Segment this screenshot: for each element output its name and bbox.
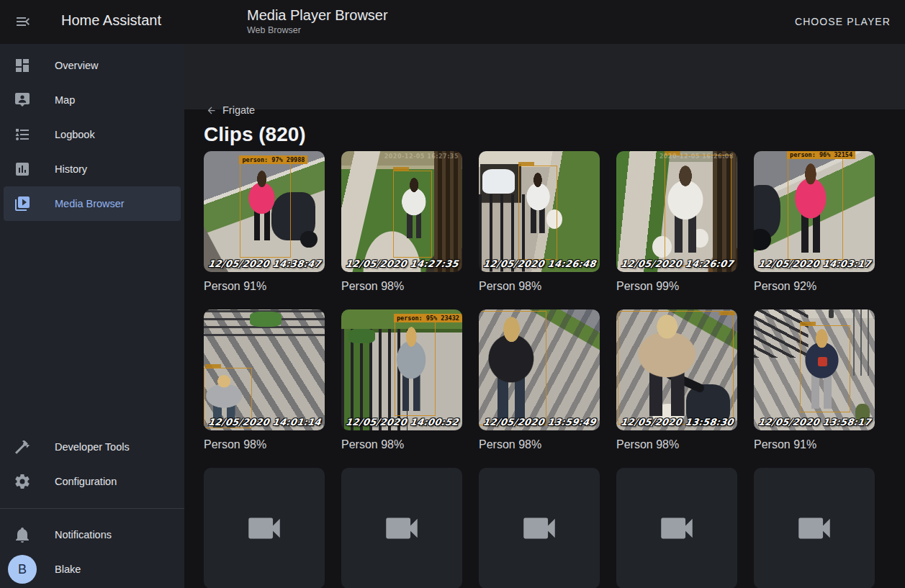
sidebar-item-media-browser[interactable]: Media Browser [4, 186, 181, 221]
stroller-wheel [300, 231, 318, 248]
car-silhouette [482, 169, 515, 194]
clip-timestamp: 12/05/2020 14:26:48 [482, 258, 597, 269]
video-camera-icon [243, 507, 285, 549]
user-name: Blake [55, 564, 81, 575]
clip-item[interactable]: 2020-12-05 16:27:35 12/05/2020 14:27:35 … [341, 151, 462, 294]
app-header: Home Assistant Media Player Browser Web … [0, 0, 905, 44]
sidebar-item-map[interactable]: Map [0, 83, 184, 117]
media-browser-panel: Frigate Clips (820) person: 97% 29988 12… [184, 44, 905, 588]
folder-item-yesterday[interactable]: Yesterday (209) [341, 468, 462, 588]
folder-tile[interactable] [204, 468, 325, 588]
folder-tile[interactable] [754, 468, 875, 588]
clip-item[interactable]: person: 95% 23432 12/05/2020 14:00:52 Pe… [341, 309, 462, 453]
detection-bbox [479, 311, 546, 426]
hammer-icon [14, 438, 31, 456]
clip-thumbnail[interactable]: 2020-12-05 16:27:35 12/05/2020 14:27:35 [341, 151, 462, 272]
toy-mower-silhouette [250, 312, 282, 326]
detection-bbox [800, 325, 851, 412]
clip-thumbnail[interactable]: person: 97% 29988 12/05/2020 14:38:47 [204, 151, 325, 272]
format-list-bulleted-icon [14, 126, 31, 143]
folder-tile[interactable] [479, 468, 600, 588]
clip-thumbnail[interactable]: 12/05/2020 13:58:30 [616, 309, 737, 430]
folder-item-today[interactable]: Today (164) [204, 468, 325, 588]
sidebar-item-logbook[interactable]: Logbook [0, 117, 184, 152]
clip-item[interactable]: 12/05/2020 13:58:30 Person 98% [616, 309, 737, 453]
detection-bbox: person: 96% 32154 [788, 158, 843, 260]
clip-timestamp: 12/05/2020 13:59:49 [482, 417, 597, 428]
camera-osd-timestamp: 2020-12-05 16:26:08 [659, 153, 734, 160]
clip-caption: Person 92% [754, 279, 875, 294]
choose-player-button[interactable]: CHOOSE PLAYER [795, 0, 891, 44]
detection-label: person: 96% 32154 [787, 151, 855, 159]
sidebar-item-label: Notifications [55, 529, 112, 540]
sidebar-item-label: History [55, 163, 87, 175]
arrow-left-icon [206, 105, 217, 116]
chart-box-icon [14, 160, 31, 178]
folder-item-back[interactable]: Back (427) [754, 468, 875, 588]
sidebar-item-label: Map [55, 94, 75, 106]
sidebar-item-label: Developer Tools [55, 441, 130, 453]
clip-thumbnail[interactable]: 12/05/2020 14:26:48 [479, 151, 600, 272]
clip-timestamp: 12/05/2020 14:00:52 [345, 417, 459, 428]
detection-bbox: person: 95% 23432 [395, 322, 436, 416]
clip-item[interactable]: 12/05/2020 14:01:14 Person 98% [204, 309, 325, 453]
sidebar-item-notifications[interactable]: Notifications [0, 517, 184, 552]
clip-thumbnail[interactable]: person: 95% 23432 12/05/2020 14:00:52 [341, 309, 462, 430]
clip-thumbnail[interactable]: 2020-12-05 16:26:08 12/05/2020 14:26:07 [616, 151, 737, 272]
folder-item-this-month[interactable]: This Month (502) [479, 468, 600, 588]
clip-caption: Person 98% [479, 437, 600, 453]
clip-item[interactable]: person: 97% 29988 12/05/2020 14:38:47 Pe… [204, 151, 325, 294]
clip-thumbnail[interactable]: 12/05/2020 13:58:17 [754, 309, 875, 430]
clips-grid: person: 97% 29988 12/05/2020 14:38:47 Pe… [184, 109, 905, 588]
page-title: Clips (820) [204, 123, 306, 146]
clip-caption: Person 98% [341, 437, 462, 453]
content-header: Frigate [184, 44, 905, 109]
detection-label: person: 95% 23432 [394, 314, 462, 322]
clip-item[interactable]: 12/05/2020 13:58:17 Person 91% [754, 309, 875, 453]
clip-caption: Person 98% [204, 437, 325, 453]
gear-icon [14, 473, 31, 490]
clip-caption: Person 91% [204, 279, 325, 294]
sidebar-item-developer-tools[interactable]: Developer Tools [0, 430, 184, 464]
sidebar-item-overview[interactable]: Overview [0, 48, 184, 83]
clip-item[interactable]: 2020-12-05 16:26:08 12/05/2020 14:26:07 … [616, 151, 737, 294]
detection-bbox: person: 97% 29988 [240, 163, 291, 258]
breadcrumb-label: Frigate [222, 104, 255, 116]
sidebar-item-label: Logbook [55, 129, 95, 140]
clip-timestamp: 12/05/2020 14:01:14 [207, 417, 322, 428]
clip-thumbnail[interactable]: 12/05/2020 13:59:49 [479, 309, 600, 430]
sidebar-divider [0, 508, 184, 509]
detection-label: person: 97% 29988 [239, 155, 307, 164]
clip-item[interactable]: 12/05/2020 14:26:48 Person 98% [479, 151, 600, 294]
clip-caption: Person 98% [616, 437, 737, 453]
avatar: B [8, 555, 37, 584]
folder-tile[interactable] [616, 468, 737, 588]
folder-tile[interactable] [341, 468, 462, 588]
detection-label-small [393, 167, 409, 171]
clip-item[interactable]: person: 96% 32154 12/05/2020 14:03:17 Pe… [754, 151, 875, 294]
detection-bbox [518, 166, 557, 260]
clip-timestamp: 12/05/2020 14:27:35 [345, 258, 459, 269]
video-camera-icon [381, 507, 423, 549]
toy-silhouette [348, 329, 375, 343]
sidebar-item-label: Configuration [55, 476, 117, 487]
menu-open-icon[interactable] [14, 13, 32, 30]
clip-timestamp: 12/05/2020 13:58:30 [620, 417, 734, 428]
clip-caption: Person 99% [616, 279, 737, 294]
panel-header: Media Player Browser Web Browser [247, 6, 388, 35]
video-camera-icon [518, 507, 560, 549]
sidebar-item-user[interactable]: B Blake [0, 552, 184, 587]
sidebar-item-configuration[interactable]: Configuration [0, 464, 184, 499]
clip-thumbnail[interactable]: person: 96% 32154 12/05/2020 14:03:17 [754, 151, 875, 272]
detection-bbox [618, 311, 734, 425]
sidebar-item-history[interactable]: History [0, 152, 184, 186]
sidebar-item-label: Media Browser [55, 198, 125, 209]
folder-item-last-month[interactable]: Last Month (318) [616, 468, 737, 588]
sidebar: Overview Map Logbook History Media Brows… [0, 44, 184, 588]
detection-bbox [665, 155, 731, 266]
breadcrumb[interactable]: Frigate [206, 104, 255, 116]
detection-label-small [205, 364, 221, 368]
clip-item[interactable]: 12/05/2020 13:59:49 Person 98% [479, 309, 600, 453]
bell-icon [14, 526, 31, 543]
clip-thumbnail[interactable]: 12/05/2020 14:01:14 [204, 309, 325, 430]
